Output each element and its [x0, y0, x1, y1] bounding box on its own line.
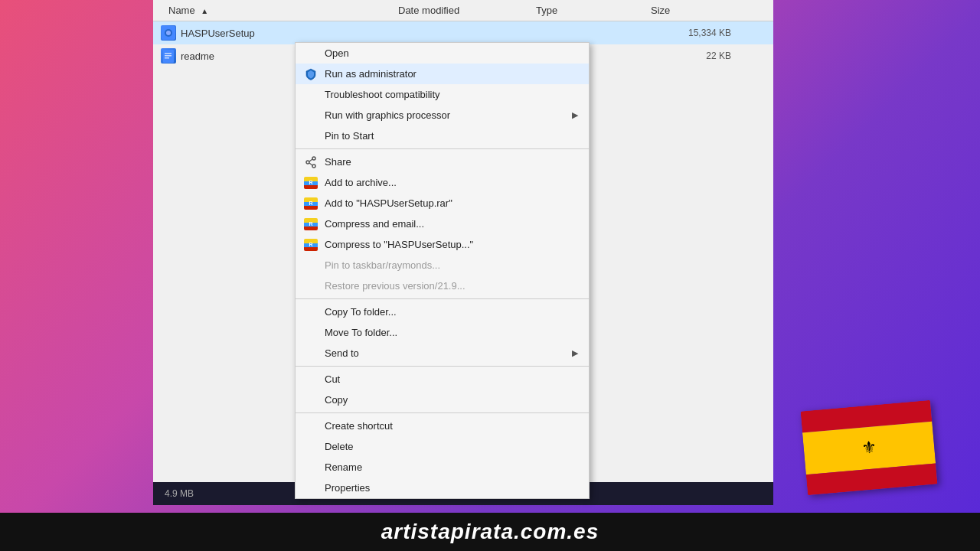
flag-emblem-icon: ⚜	[861, 437, 877, 458]
menu-item-copy-to[interactable]: Copy To folder...	[296, 302, 589, 322]
disk-info: 4.9 MB	[165, 488, 194, 499]
menu-item-send-to[interactable]: Send to ▶	[296, 343, 589, 364]
menu-item-rename[interactable]: Rename	[296, 457, 589, 478]
flag-decoration: ⚜	[804, 406, 949, 505]
submenu-arrow-graphics-icon: ▶	[572, 110, 578, 120]
menu-item-share[interactable]: Share	[296, 152, 589, 172]
file-name-haspusersetup: HASPUserSetup	[153, 25, 398, 41]
column-size[interactable]: Size	[651, 5, 743, 16]
menu-item-troubleshoot[interactable]: Troubleshoot compatibility	[296, 84, 589, 105]
rar-icon-3: R	[303, 217, 318, 232]
file-list-header: Name ▲ Date modified Type Size	[153, 0, 773, 21]
svg-point-2	[166, 31, 171, 35]
shield-icon	[303, 67, 318, 82]
rar-icon-4: R	[303, 237, 318, 253]
menu-separator-1	[296, 148, 589, 149]
watermark-text: artistapirata.com.es	[381, 520, 599, 544]
menu-item-add-archive[interactable]: R Add to archive...	[296, 172, 589, 193]
file-size-readme: 22 KB	[651, 51, 743, 61]
share-icon	[303, 155, 318, 170]
column-type[interactable]: Type	[536, 5, 651, 16]
file-icon-doc	[161, 48, 176, 64]
context-menu[interactable]: Open Run as administrator Troubleshoot c…	[295, 42, 590, 499]
menu-item-properties[interactable]: Properties	[296, 478, 589, 498]
file-row-haspusersetup[interactable]: HASPUserSetup 15,334 KB	[153, 21, 773, 44]
svg-point-9	[306, 161, 309, 164]
svg-rect-5	[165, 55, 172, 57]
menu-item-add-to-rar[interactable]: R Add to "HASPUserSetup.rar"	[296, 193, 589, 214]
menu-item-compress-to[interactable]: R Compress to "HASPUserSetup..."	[296, 234, 589, 255]
menu-item-run-as-admin[interactable]: Run as administrator	[296, 64, 589, 84]
file-size-haspusersetup: 15,334 KB	[651, 28, 743, 38]
menu-separator-2	[296, 298, 589, 299]
menu-item-move-to[interactable]: Move To folder...	[296, 322, 589, 343]
flag-wrapper: ⚜	[801, 400, 938, 495]
submenu-arrow-sendto-icon: ▶	[572, 348, 578, 358]
rar-icon-1: R	[303, 175, 318, 191]
menu-item-cut[interactable]: Cut	[296, 369, 589, 390]
column-date[interactable]: Date modified	[398, 5, 536, 16]
menu-item-copy[interactable]: Copy	[296, 390, 589, 410]
column-name[interactable]: Name ▲	[153, 5, 398, 16]
menu-item-compress-email[interactable]: R Compress and email...	[296, 214, 589, 234]
menu-item-pin-start[interactable]: Pin to Start	[296, 126, 589, 146]
svg-line-11	[309, 163, 312, 165]
svg-rect-6	[165, 57, 169, 59]
svg-rect-4	[165, 53, 172, 54]
menu-item-pin-taskbar[interactable]: Pin to taskbar/raymonds...	[296, 255, 589, 276]
menu-separator-4	[296, 412, 589, 413]
menu-item-restore-version[interactable]: Restore previous version/21.9...	[296, 276, 589, 296]
rar-icon-2: R	[303, 196, 318, 211]
menu-item-create-shortcut[interactable]: Create shortcut	[296, 416, 589, 436]
menu-separator-3	[296, 366, 589, 367]
menu-item-graphics[interactable]: Run with graphics processor ▶	[296, 105, 589, 126]
watermark-bar: artistapirata.com.es	[0, 513, 980, 551]
svg-point-7	[312, 157, 315, 160]
svg-line-10	[309, 159, 312, 161]
file-icon-setup	[161, 25, 176, 41]
svg-point-8	[312, 165, 315, 168]
menu-item-delete[interactable]: Delete	[296, 436, 589, 457]
menu-item-open[interactable]: Open	[296, 43, 589, 64]
sort-arrow-icon: ▲	[201, 7, 208, 15]
